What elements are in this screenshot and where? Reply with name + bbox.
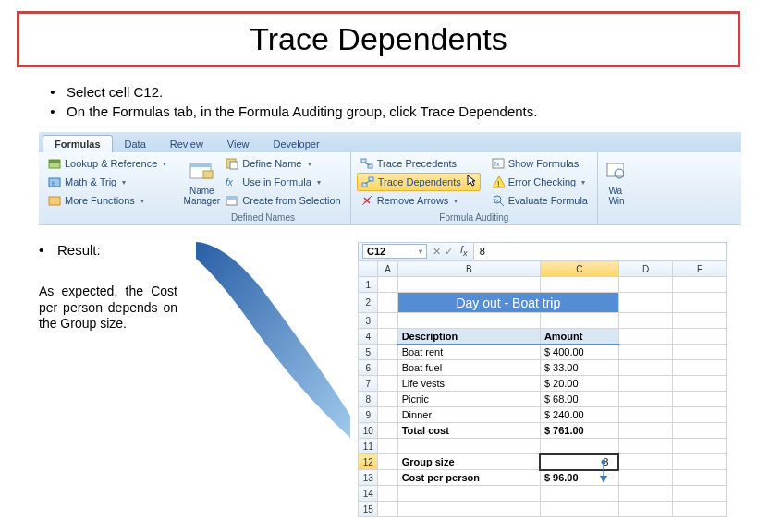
row-header[interactable]: 4 xyxy=(359,329,378,345)
row-header[interactable]: 11 xyxy=(359,439,378,454)
col-header-d[interactable]: D xyxy=(618,261,673,277)
tab-review[interactable]: Review xyxy=(158,135,215,152)
result-label: Result: xyxy=(57,242,101,258)
col-header-c[interactable]: C xyxy=(540,261,618,277)
svg-text:fx: fx xyxy=(494,161,500,167)
name-box[interactable]: C12 ▾ xyxy=(362,244,427,259)
instruction-item: • On the Formulas tab, in the Formula Au… xyxy=(39,103,746,119)
remove-arrows-icon xyxy=(360,194,373,207)
instruction-item: • Select cell C12. xyxy=(39,84,746,100)
col-header-e[interactable]: E xyxy=(673,261,727,277)
evaluate-formula-button[interactable]: fx Evaluate Formula xyxy=(488,191,592,210)
tab-formulas[interactable]: Formulas xyxy=(43,135,113,152)
row-header[interactable]: 8 xyxy=(359,392,378,407)
total-label-cell[interactable]: Total cost xyxy=(397,423,540,439)
svg-rect-6 xyxy=(190,163,211,167)
formula-bar[interactable]: 8 xyxy=(473,243,726,260)
show-formulas-button[interactable]: fx Show Formulas xyxy=(488,154,592,173)
swoosh-arrow xyxy=(214,242,339,517)
data-cell[interactable]: $ 33.00 xyxy=(540,360,618,376)
svg-rect-7 xyxy=(203,171,213,178)
svg-rect-4 xyxy=(49,197,60,205)
total-amount-cell[interactable]: $ 761.00 xyxy=(540,423,618,439)
row-header[interactable]: 13 xyxy=(359,470,378,486)
cancel-icon[interactable]: ✕ xyxy=(433,246,441,258)
svg-rect-1 xyxy=(49,160,60,163)
svg-line-27 xyxy=(500,202,504,206)
worksheet-grid[interactable]: A B C D E 1 2 Day out - Boat trip 3 4 De… xyxy=(358,260,727,517)
col-header-a[interactable]: A xyxy=(378,261,397,277)
data-cell[interactable]: $ 20.00 xyxy=(540,376,618,392)
math-icon: θ xyxy=(48,175,61,188)
tab-data[interactable]: Data xyxy=(113,135,158,152)
create-selection-icon xyxy=(226,194,238,207)
define-name-button[interactable]: Define Name▾ xyxy=(222,154,344,173)
formula-auditing-group-label: Formula Auditing xyxy=(357,212,592,224)
show-formulas-icon: fx xyxy=(492,157,505,170)
svg-line-18 xyxy=(365,180,371,184)
svg-rect-9 xyxy=(230,162,238,169)
name-manager-button[interactable]: Name Manager xyxy=(181,154,222,212)
row-header[interactable]: 2 xyxy=(359,293,378,313)
row-header[interactable]: 12 xyxy=(359,454,378,470)
col-header-b[interactable]: B xyxy=(397,261,540,277)
use-in-formula-button[interactable]: fx Use in Formula▾ xyxy=(222,173,344,191)
error-checking-icon: ! xyxy=(492,175,505,188)
col-header-amt[interactable]: Amount xyxy=(540,329,618,345)
sheet-title-cell[interactable]: Day out - Boat trip xyxy=(397,293,618,313)
page-title: Trace Dependents xyxy=(17,11,740,67)
cost-per-person-value[interactable]: $ 96.00 xyxy=(540,470,618,486)
row-header[interactable]: 9 xyxy=(359,407,378,423)
col-header-desc[interactable]: Description xyxy=(397,329,540,345)
row-header[interactable]: 15 xyxy=(359,502,378,517)
data-cell[interactable]: Picnic xyxy=(397,392,540,407)
row-header[interactable]: 7 xyxy=(359,376,378,392)
row-header[interactable]: 6 xyxy=(359,360,378,376)
svg-text:!: ! xyxy=(497,179,500,188)
create-selection-button[interactable]: Create from Selection xyxy=(222,191,344,210)
data-cell[interactable]: Boat rent xyxy=(397,345,540,360)
instructions-list: • Select cell C12. • On the Formulas tab… xyxy=(39,84,746,119)
row-header[interactable]: 3 xyxy=(359,313,378,329)
more-functions-button[interactable]: More Functions▾ xyxy=(44,191,170,210)
excel-ribbon: Formulas Data Review View Developer Look… xyxy=(39,132,741,225)
selected-cell-c12[interactable]: 8 xyxy=(540,454,618,470)
svg-text:fx: fx xyxy=(226,177,234,187)
remove-arrows-button[interactable]: Remove Arrows▾ xyxy=(357,191,481,210)
spreadsheet: C12 ▾ ✕ ✓ fx 8 A B C D E 1 2 Day out - B… xyxy=(358,242,727,517)
svg-rect-12 xyxy=(226,197,237,200)
lookup-reference-button[interactable]: Lookup & Reference▾ xyxy=(44,154,170,173)
ribbon-tab-strip: Formulas Data Review View Developer xyxy=(39,132,741,152)
tab-developer[interactable]: Developer xyxy=(262,135,332,152)
data-cell[interactable]: $ 400.00 xyxy=(540,345,618,360)
row-header[interactable]: 10 xyxy=(359,423,378,439)
svg-rect-13 xyxy=(361,159,366,163)
row-header[interactable]: 5 xyxy=(359,345,378,360)
trace-dependents-button[interactable]: Trace Dependents xyxy=(357,173,481,191)
group-size-label[interactable]: Group size xyxy=(397,454,540,470)
result-bullet: • xyxy=(39,242,57,258)
data-cell[interactable]: Dinner xyxy=(397,407,540,423)
enter-icon[interactable]: ✓ xyxy=(445,246,453,258)
fx-icon[interactable]: fx xyxy=(460,244,468,258)
error-checking-button[interactable]: ! Error Checking▾ xyxy=(488,173,592,191)
data-cell[interactable]: $ 68.00 xyxy=(540,392,618,407)
data-cell[interactable]: $ 240.00 xyxy=(540,407,618,423)
more-functions-icon xyxy=(48,194,61,207)
trace-precedents-button[interactable]: Trace Precedents xyxy=(357,154,481,173)
select-all-corner[interactable] xyxy=(359,261,378,277)
tab-view[interactable]: View xyxy=(215,135,262,152)
trace-dependents-icon xyxy=(361,175,374,188)
watch-window-button[interactable]: WaWin xyxy=(604,154,624,212)
data-cell[interactable]: Life vests xyxy=(397,376,540,392)
row-header[interactable]: 1 xyxy=(359,277,378,293)
data-cell[interactable]: Boat fuel xyxy=(397,360,540,376)
result-note: As expected, the Cost per person depends… xyxy=(39,284,177,332)
svg-text:θ: θ xyxy=(52,179,56,187)
row-header[interactable]: 14 xyxy=(359,486,378,502)
cost-per-person-label[interactable]: Cost per person xyxy=(397,470,540,486)
watch-window-icon xyxy=(604,158,624,184)
use-formula-icon: fx xyxy=(226,175,238,188)
lookup-icon xyxy=(48,157,61,170)
math-trig-button[interactable]: θ Math & Trig▾ xyxy=(44,173,170,191)
